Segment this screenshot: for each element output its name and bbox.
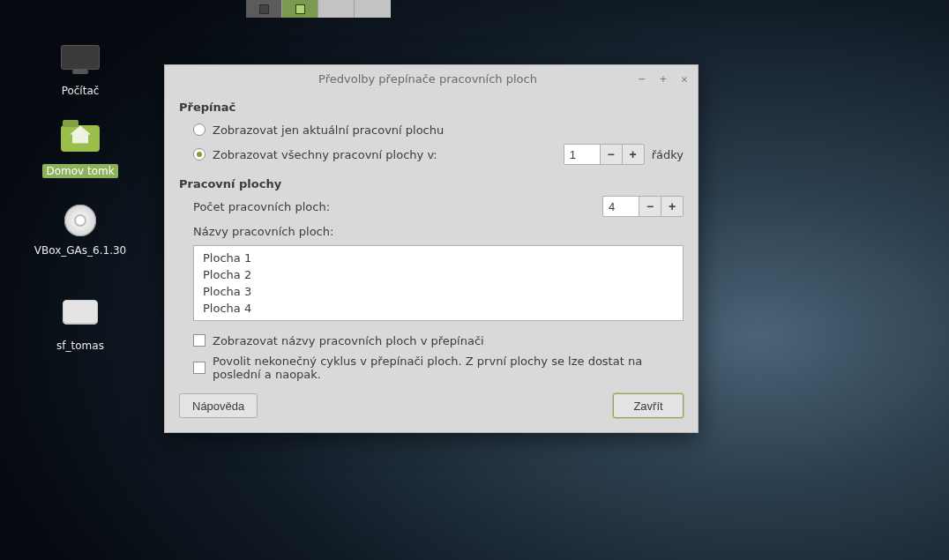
section-switcher-heading: Přepínač [179,101,684,114]
workspace-names-label: Názvy pracovních ploch: [193,225,333,238]
radio-icon[interactable] [193,148,205,161]
checkbox-icon[interactable] [193,362,205,374]
panel-workspace-4[interactable] [355,0,391,18]
checkbox-row-wrap[interactable]: Povolit nekonečný cyklus v přepínači plo… [179,355,684,381]
list-item[interactable]: Plocha 2 [194,266,683,283]
window-maximize-button[interactable]: + [657,72,669,85]
help-button[interactable]: Nápověda [179,393,258,418]
checkbox-label: Zobrazovat názvy pracovních ploch v přep… [213,334,484,347]
panel-workspace-switcher[interactable] [246,0,391,18]
desktop-icon-label: VBox_GAs_6.1.30 [31,243,130,258]
window-close-button[interactable]: × [678,72,691,85]
desktop-icon-label: sf_tomas [53,339,108,353]
workspace-switcher-preferences-dialog: Předvolby přepínače pracovních ploch − +… [164,64,699,433]
list-item[interactable]: Plocha 4 [194,300,683,317]
checkbox-icon[interactable] [193,334,205,347]
list-item[interactable]: Plocha 3 [194,283,683,300]
checkbox-label: Povolit nekonečný cyklus v přepínači plo… [213,355,684,381]
desktop-icon-home[interactable]: Domov tomk [27,122,133,178]
radio-label: Zobrazovat všechny pracovní plochy v: [213,148,437,161]
panel-workspace-1[interactable] [246,0,282,18]
rows-spinbutton[interactable]: − + [564,144,645,165]
list-item[interactable]: Plocha 1 [194,250,683,266]
close-button[interactable]: Zavřít [613,393,684,418]
window-title: Předvolby přepínače pracovních ploch [172,72,636,86]
home-folder-icon [61,125,100,152]
radio-row-show-all[interactable]: Zobrazovat všechny pracovní plochy v: − … [179,144,684,165]
section-workspaces-heading: Pracovní plochy [179,177,684,190]
drive-icon [63,300,98,325]
radio-label: Zobrazovat jen aktuální pracovní plochu [213,123,444,137]
desktop-background: Počítač Domov tomk VBox_GAs_6.1.30 sf_to… [0,0,949,560]
workspace-count-row: Počet pracovních ploch: − + [179,196,684,217]
disc-icon [64,205,96,236]
desktop-icon-optical[interactable]: VBox_GAs_6.1.30 [27,205,133,258]
workspace-count-input[interactable] [602,196,639,217]
radio-row-current-only[interactable]: Zobrazovat jen aktuální pracovní plochu [179,119,684,140]
desktop-icon-share[interactable]: sf_tomas [27,296,133,353]
window-minimize-button[interactable]: − [636,72,648,85]
desktop-icon-computer[interactable]: Počítač [27,45,133,98]
titlebar[interactable]: Předvolby přepínače pracovních ploch − +… [165,65,698,92]
rows-decrement-button[interactable]: − [600,144,623,165]
rows-input[interactable] [564,144,601,165]
rows-suffix: řádky [652,148,684,161]
workspace-names-label-row: Názvy pracovních ploch: [179,220,684,242]
workspace-count-spinbutton[interactable]: − + [602,196,684,217]
workspace-count-increment-button[interactable]: + [661,196,684,217]
radio-icon[interactable] [193,123,205,136]
workspace-count-decrement-button[interactable]: − [639,196,661,217]
panel-workspace-2[interactable] [282,0,318,18]
desktop-icon-label: Počítač [58,84,103,98]
checkbox-row-show-names[interactable]: Zobrazovat názvy pracovních ploch v přep… [179,330,684,351]
rows-increment-button[interactable]: + [622,144,645,165]
desktop-icon-label: Domov tomk [42,164,117,178]
panel-workspace-3[interactable] [318,0,355,18]
monitor-icon [61,45,100,70]
workspace-count-label: Počet pracovních ploch: [193,200,330,213]
workspace-names-listbox[interactable]: Plocha 1 Plocha 2 Plocha 3 Plocha 4 [193,245,684,321]
